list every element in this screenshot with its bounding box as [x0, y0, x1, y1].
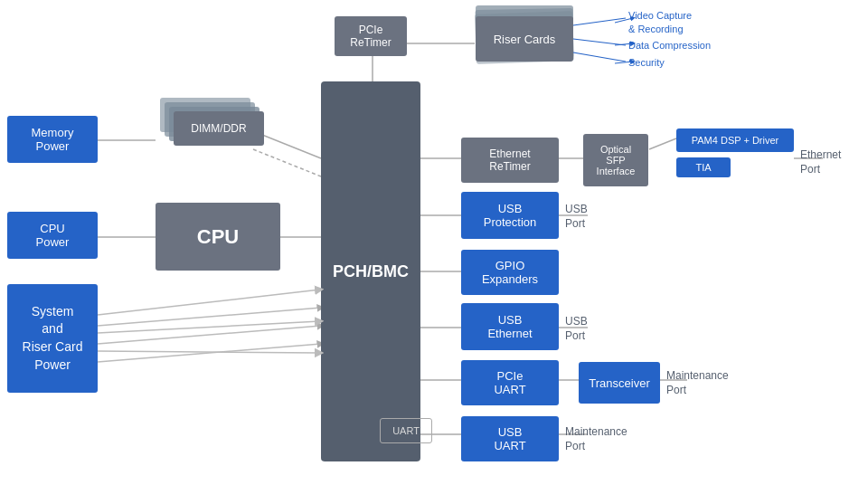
memory-power-box: Memory Power — [7, 116, 98, 163]
svg-line-20 — [649, 138, 676, 149]
security-label: Security — [628, 56, 665, 69]
system-riser-power-box: System and Riser Card Power — [7, 284, 98, 393]
video-capture-label: Video Capture & Recording — [628, 9, 692, 37]
diagram: PCH/BMC Memory Power CPU Power System an… — [0, 0, 868, 485]
maintenance-port-2-label: Maintenance Port — [565, 425, 627, 453]
svg-line-3 — [98, 326, 321, 344]
pcie-uart-box: PCIe UART — [461, 360, 559, 405]
usb-uart-box: USB UART — [461, 416, 559, 461]
cpu-box: CPU — [156, 203, 280, 271]
usb-ethernet-box: USB Ethernet — [461, 303, 559, 350]
riser-cards-box: Riser Cards — [476, 16, 573, 62]
usb-port-2-label: USB Port — [565, 315, 588, 343]
svg-line-27 — [573, 18, 626, 25]
svg-line-32 — [98, 351, 320, 353]
transceiver-box: Transceiver — [579, 362, 660, 404]
svg-line-31 — [98, 321, 320, 333]
svg-line-29 — [573, 52, 626, 62]
svg-line-2 — [98, 308, 321, 326]
connector-lines — [0, 0, 868, 485]
usb-protection-box: USB Protection — [461, 192, 559, 239]
pam4-box: PAM4 DSP + Driver — [676, 128, 794, 152]
uart-outline-box: UART — [380, 418, 432, 443]
ethernet-port-label: Ethernet Port — [800, 148, 841, 176]
svg-line-30 — [98, 290, 320, 315]
pch-bmc-box: PCH/BMC — [321, 81, 420, 461]
gpio-expanders-box: GPIO Expanders — [461, 250, 559, 295]
cpu-power-box: CPU Power — [7, 212, 98, 259]
svg-line-28 — [573, 39, 626, 45]
pcie-retimer-box: PCIe ReTimer — [335, 16, 407, 56]
data-compression-label: Data Compression — [628, 39, 711, 52]
svg-line-4 — [98, 344, 321, 362]
tia-box: TIA — [676, 157, 731, 177]
svg-line-6 — [253, 149, 321, 176]
optical-sfp-box: Optical SFP Interface — [583, 134, 648, 186]
usb-port-1-label: USB Port — [565, 203, 588, 231]
dimm-ddr-box: DIMM/DDR — [174, 111, 264, 146]
ethernet-retimer-box: Ethernet ReTimer — [461, 138, 559, 183]
maintenance-port-1-label: Maintenance Port — [666, 369, 729, 397]
